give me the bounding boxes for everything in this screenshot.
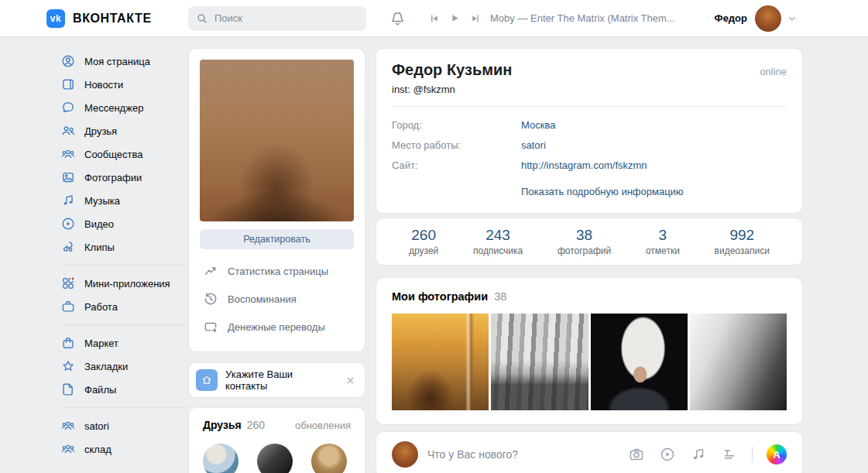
contacts-prompt-card[interactable]: Укажите Ваши контакты — [188, 362, 365, 398]
now-playing-track[interactable]: Moby — Enter The Matrix (Matrix Them... — [490, 12, 675, 24]
friends-title[interactable]: Друзья — [203, 419, 242, 431]
counter-photos[interactable]: 38 фотографий — [558, 227, 611, 256]
counter-friends[interactable]: 260 друзей — [409, 227, 438, 256]
sidebar-item-satori[interactable]: satori — [46, 414, 188, 437]
my-photos-title[interactable]: Мои фотографии — [392, 290, 488, 303]
photos-icon — [60, 170, 76, 185]
menu-item-label: Денежные переводы — [228, 321, 325, 333]
camera-icon[interactable] — [628, 446, 645, 463]
market-icon — [60, 335, 76, 351]
sidebar-item-music[interactable]: Музыка — [46, 189, 188, 212]
workplace-link[interactable]: satori — [521, 139, 546, 151]
sidebar-divider — [60, 407, 188, 408]
sidebar-item-mini-apps[interactable]: Мини-приложения — [46, 272, 188, 295]
composer-avatar — [392, 441, 418, 468]
notifications-bell-icon[interactable] — [389, 10, 406, 26]
sidebar-item-video[interactable]: Видео — [46, 212, 188, 235]
search-icon — [196, 12, 208, 25]
counter-videos[interactable]: 992 видеозаписи — [715, 227, 770, 256]
sidebar-item-news[interactable]: Новости — [46, 73, 188, 96]
detail-row: Место работы: satori — [392, 139, 787, 151]
sidebar-item-my-page[interactable]: Моя страница — [46, 50, 188, 73]
divider — [392, 106, 787, 107]
sidebar-label: Маркет — [84, 338, 118, 349]
online-status: online — [760, 66, 787, 77]
friend-avatar[interactable] — [311, 444, 347, 473]
next-track-icon[interactable] — [470, 13, 481, 24]
counter-value: 243 — [473, 227, 523, 244]
sidebar-item-sklad[interactable]: склад — [46, 437, 188, 461]
profile-info-card: Федор Кузьмин online inst: @fskzmn Город… — [376, 48, 803, 214]
status-line[interactable]: inst: @fskzmn — [392, 84, 787, 95]
sidebar-item-files[interactable]: Файлы — [46, 378, 188, 401]
menu-item-memories[interactable]: Воспоминания — [200, 285, 354, 313]
prev-track-icon[interactable] — [429, 13, 440, 24]
post-background-icon[interactable]: A — [767, 444, 787, 464]
friend-avatar[interactable] — [257, 444, 293, 473]
friend-avatar[interactable] — [203, 444, 238, 473]
counter-label: видеозаписи — [715, 245, 770, 256]
detail-row: Город: Москва — [392, 119, 787, 131]
new-post-input[interactable]: Что у Вас нового? — [427, 448, 628, 461]
counter-followers[interactable]: 243 подписчика — [473, 227, 523, 256]
sidebar-item-clips[interactable]: Клипы — [46, 235, 188, 259]
sidebar-label: склад — [84, 444, 112, 455]
sidebar-item-bookmarks[interactable]: Закладки — [46, 355, 188, 378]
user-circle-icon — [60, 53, 76, 69]
city-link[interactable]: Москва — [521, 119, 555, 131]
menu-item-label: Воспоминания — [228, 293, 297, 305]
edit-profile-button[interactable]: Редактировать — [200, 229, 354, 249]
detail-row: Сайт: http://instagram.com/fskzmn — [392, 159, 787, 171]
text-style-icon[interactable] — [721, 446, 738, 463]
group-icon — [60, 418, 76, 434]
post-composer: Что у Вас нового? A — [376, 431, 803, 473]
counter-tags[interactable]: 3 отметки — [646, 227, 680, 256]
sidebar-label: Новости — [84, 79, 123, 91]
website-link[interactable]: http://instagram.com/fskzmn — [521, 159, 647, 171]
sidebar-item-messenger[interactable]: Мессенджер — [46, 96, 188, 119]
photo-thumbnail[interactable] — [591, 314, 688, 410]
header-user-name[interactable]: Федор — [715, 12, 747, 24]
memories-icon — [203, 291, 218, 307]
header-avatar[interactable] — [755, 5, 781, 32]
chevron-down-icon[interactable] — [787, 14, 797, 23]
vk-logo-icon: vk — [46, 9, 65, 28]
profile-photo-card: Редактировать Статистика страницы Воспом… — [188, 48, 365, 352]
sidebar-label: Закладки — [84, 361, 128, 372]
close-icon[interactable] — [345, 375, 355, 386]
sidebar-label: Клипы — [84, 242, 115, 253]
music-icon[interactable] — [690, 446, 707, 463]
my-photos-count: 38 — [494, 290, 506, 303]
sidebar-label: Друзья — [84, 125, 117, 137]
group-icon — [60, 441, 76, 457]
search-input[interactable] — [214, 12, 359, 24]
counter-label: фотографий — [558, 245, 611, 256]
video-icon[interactable] — [659, 446, 676, 463]
play-icon[interactable] — [449, 12, 461, 24]
vk-logo[interactable]: vk ВКОНТАКТЕ — [46, 9, 188, 28]
search-box[interactable] — [188, 6, 366, 31]
photo-thumbnail[interactable] — [690, 314, 787, 410]
counter-label: друзей — [409, 245, 438, 256]
sidebar-item-jobs[interactable]: Работа — [46, 295, 188, 318]
vk-wordmark: ВКОНТАКТЕ — [73, 12, 152, 26]
sidebar-divider — [60, 324, 188, 325]
menu-item-money-transfers[interactable]: Денежные переводы — [200, 313, 354, 341]
stats-icon — [203, 263, 218, 279]
sidebar-label: Мессенджер — [84, 102, 143, 114]
sidebar-item-photos[interactable]: Фотографии — [46, 166, 188, 189]
sidebar-item-communities[interactable]: Сообщества — [46, 142, 188, 166]
sidebar-divider — [60, 265, 188, 266]
sidebar-label: Файлы — [84, 384, 116, 396]
music-icon — [60, 193, 76, 208]
show-detailed-info-link[interactable]: Показать подробную информацию — [521, 186, 787, 197]
profile-photo[interactable] — [200, 60, 354, 221]
sidebar-item-friends[interactable]: Друзья — [46, 119, 188, 142]
photo-thumbnail[interactable] — [392, 314, 489, 410]
photo-thumbnail[interactable] — [491, 314, 588, 410]
menu-item-page-stats[interactable]: Статистика страницы — [200, 257, 354, 285]
sidebar-item-market[interactable]: Маркет — [46, 331, 188, 355]
friends-updates-link[interactable]: обновления — [295, 420, 351, 431]
work-icon — [60, 299, 76, 314]
files-icon — [60, 382, 76, 397]
